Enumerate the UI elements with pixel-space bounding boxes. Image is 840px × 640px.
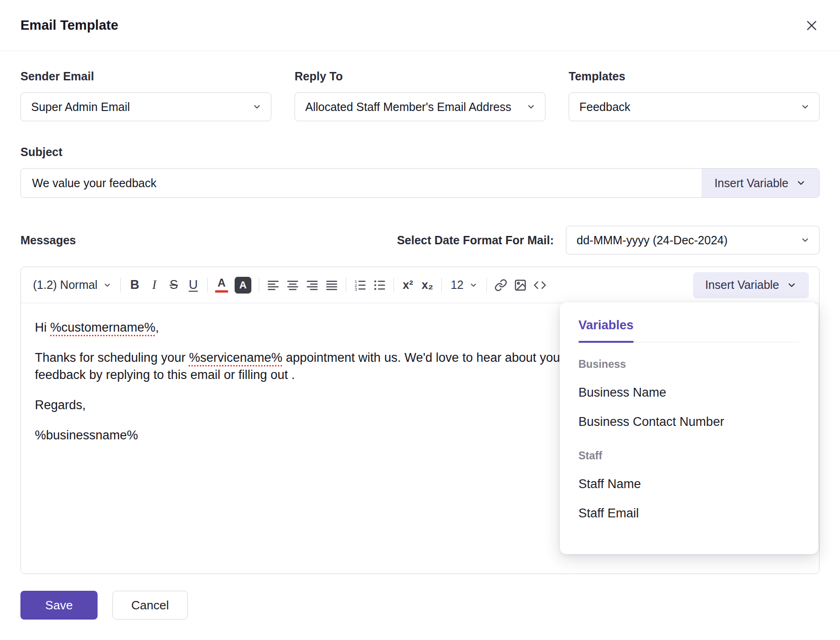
- close-button[interactable]: [802, 16, 821, 35]
- toolbar-separator: [486, 278, 487, 293]
- templates-select[interactable]: Feedback: [569, 92, 820, 121]
- chevron-down-icon: [801, 102, 810, 111]
- link-icon: [494, 279, 507, 292]
- text-color-letter: A: [217, 277, 225, 288]
- date-format-select[interactable]: dd-MMM-yyyy (24-Dec-2024): [566, 226, 820, 255]
- text-color-button[interactable]: A: [212, 274, 231, 297]
- font-size-select[interactable]: 12: [446, 274, 482, 297]
- insert-variable-label: Insert Variable: [715, 176, 788, 190]
- variable-item-staff-name[interactable]: Staff Name: [578, 477, 800, 491]
- chevron-down-icon: [252, 102, 262, 111]
- chevron-down-icon: [787, 280, 797, 290]
- chevron-down-icon: [801, 235, 810, 245]
- subscript-button[interactable]: x₂: [418, 274, 437, 297]
- servicename-variable: %servicename%: [189, 351, 282, 365]
- toolbar-separator: [259, 278, 259, 293]
- templates-label: Templates: [569, 70, 820, 83]
- variables-panel: Variables Business Business Name Busines…: [560, 302, 818, 554]
- reply-to-select[interactable]: Allocated Staff Member's Email Address: [295, 92, 545, 121]
- bullet-list-button[interactable]: [370, 274, 389, 297]
- variable-item-staff-email[interactable]: Staff Email: [578, 506, 800, 521]
- toolbar-separator: [207, 278, 208, 293]
- reply-to-field: Reply To Allocated Staff Member's Email …: [295, 70, 545, 121]
- insert-code-button[interactable]: [530, 274, 550, 297]
- tab-variables[interactable]: Variables: [578, 318, 634, 333]
- chevron-down-icon: [526, 102, 536, 111]
- reply-to-value: Allocated Staff Member's Email Address: [305, 100, 511, 114]
- subject-input[interactable]: [21, 169, 819, 197]
- strikethrough-button[interactable]: S: [164, 274, 184, 297]
- align-justify-icon: [325, 279, 338, 292]
- sender-email-label: Sender Email: [20, 70, 271, 83]
- chevron-down-icon: [796, 178, 806, 188]
- align-center-button[interactable]: [283, 274, 302, 297]
- sender-email-select[interactable]: Super Admin Email: [20, 92, 271, 121]
- greeting-comma: ,: [156, 320, 159, 334]
- italic-button[interactable]: I: [144, 274, 164, 297]
- sender-email-value: Super Admin Email: [31, 100, 130, 114]
- toolbar-separator: [394, 278, 394, 293]
- background-color-button[interactable]: A: [231, 274, 255, 297]
- superscript-button[interactable]: x²: [398, 274, 418, 297]
- paragraph-style-value: (1.2) Normal: [33, 278, 98, 292]
- reply-to-label: Reply To: [295, 70, 545, 83]
- bullet-list-icon: [373, 279, 386, 292]
- customername-variable: %customername%: [50, 320, 156, 334]
- toolbar-separator: [346, 278, 346, 293]
- subject-label: Subject: [20, 145, 820, 159]
- insert-link-button[interactable]: [491, 274, 511, 297]
- message-editor: (1.2) Normal B I S U A A: [20, 267, 820, 574]
- messages-row: Messages Select Date Format For Mail: dd…: [20, 226, 820, 255]
- bold-button[interactable]: B: [125, 274, 144, 297]
- templates-field: Templates Feedback: [569, 70, 820, 121]
- ordered-list-button[interactable]: 123: [350, 274, 370, 297]
- insert-variable-button-subject[interactable]: Insert Variable: [702, 169, 819, 197]
- sender-email-field: Sender Email Super Admin Email: [20, 70, 271, 121]
- insert-image-button[interactable]: [511, 274, 530, 297]
- image-icon: [514, 279, 527, 292]
- date-format-value: dd-MMM-yyyy (24-Dec-2024): [577, 234, 728, 247]
- ordered-list-icon: 123: [354, 279, 367, 292]
- variable-item-business-name[interactable]: Business Name: [578, 385, 800, 400]
- date-format-group: Select Date Format For Mail: dd-MMM-yyyy…: [397, 226, 820, 255]
- email-settings-row: Sender Email Super Admin Email Reply To …: [20, 70, 820, 121]
- align-right-icon: [306, 279, 319, 292]
- toolbar-separator: [441, 278, 442, 293]
- insert-variable-button-editor[interactable]: Insert Variable: [693, 272, 809, 298]
- editor-toolbar: (1.2) Normal B I S U A A: [21, 267, 819, 303]
- modal-footer: Save Cancel: [0, 591, 840, 620]
- align-right-button[interactable]: [302, 274, 322, 297]
- variables-group-business: Business: [578, 358, 800, 371]
- messages-label: Messages: [20, 234, 76, 247]
- cancel-button[interactable]: Cancel: [112, 591, 188, 620]
- align-left-button[interactable]: [263, 274, 283, 297]
- body-text-post: appointment with us. We'd love to hear a…: [282, 351, 564, 365]
- modal-body: Sender Email Super Admin Email Reply To …: [0, 70, 840, 574]
- background-color-letter: A: [235, 277, 251, 294]
- save-button[interactable]: Save: [20, 591, 98, 620]
- page-title: Email Template: [20, 18, 118, 33]
- align-center-icon: [286, 279, 299, 292]
- code-icon: [533, 279, 546, 292]
- underline-button[interactable]: U: [184, 274, 203, 297]
- text-color-swatch: [215, 290, 228, 293]
- greeting-text: Hi: [35, 320, 50, 334]
- templates-value: Feedback: [579, 100, 630, 114]
- variables-group-staff: Staff: [578, 450, 800, 462]
- subject-field: Insert Variable: [20, 168, 820, 198]
- align-left-icon: [267, 279, 280, 292]
- align-justify-button[interactable]: [322, 274, 341, 297]
- modal-header: Email Template: [0, 0, 840, 51]
- chevron-down-icon: [103, 281, 112, 289]
- body-text-pre: Thanks for scheduling your: [35, 351, 189, 365]
- variable-item-business-contact-number[interactable]: Business Contact Number: [578, 415, 800, 429]
- chevron-down-icon: [469, 281, 478, 289]
- insert-variable-label: Insert Variable: [705, 278, 779, 292]
- font-size-value: 12: [451, 278, 464, 292]
- close-icon: [806, 20, 818, 32]
- date-format-label: Select Date Format For Mail:: [397, 234, 554, 247]
- svg-text:3: 3: [354, 287, 357, 291]
- paragraph-style-select[interactable]: (1.2) Normal: [28, 274, 116, 297]
- variables-panel-tabs: Variables: [578, 318, 800, 342]
- toolbar-separator: [120, 278, 121, 293]
